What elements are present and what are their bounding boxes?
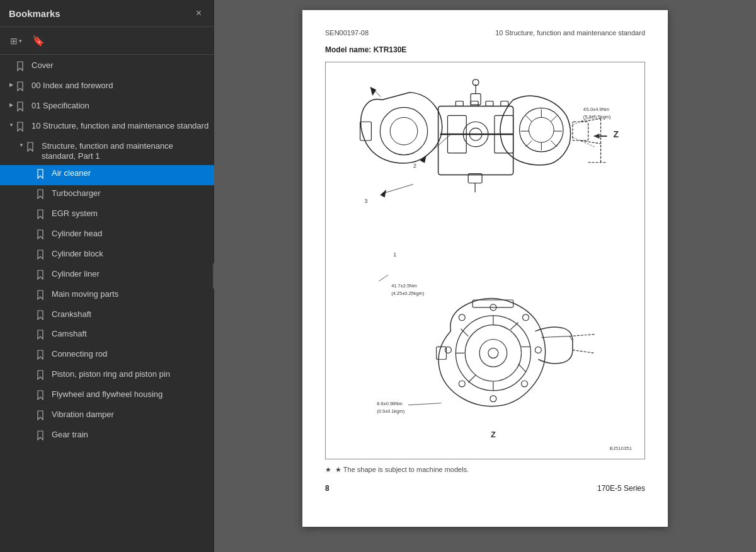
note-text: ★ The shape is subject to machine models… — [335, 466, 469, 474]
bookmark-item-cover[interactable]: ▶Cover — [0, 57, 214, 78]
expand-icon: ▶ — [26, 290, 37, 297]
expand-icon: ▶ — [26, 170, 37, 176]
bookmark-item-egr[interactable]: ▶EGR system — [0, 205, 214, 226]
bookmark-item-10-struct[interactable]: ▼10 Structure, function and maintenance … — [0, 118, 214, 138]
expand-icon: ▶ — [26, 431, 37, 437]
sidebar-header: Bookmarks × — [0, 0, 214, 27]
bookmark-item-gear-train[interactable]: ▶Gear train — [0, 427, 214, 447]
bookmark-icon — [37, 370, 48, 383]
bookmark-label: Flywheel and flywheel housing — [52, 389, 209, 400]
bookmark-icon — [37, 250, 48, 263]
bookmark-item-struct-part1[interactable]: ▼Structure, function and maintenance sta… — [0, 138, 214, 166]
collapse-sidebar-handle[interactable]: ◀ — [213, 263, 214, 289]
expand-icon: ▶ — [6, 62, 16, 68]
bookmark-item-crankshaft[interactable]: ▶Crankshaft — [0, 306, 214, 326]
svg-text:41.7±2.5Nm: 41.7±2.5Nm — [391, 283, 416, 289]
doc-model-name: Model name: KTR130E — [325, 45, 645, 54]
expand-icon: ▶ — [26, 350, 37, 357]
bookmark-label: Vibration damper — [52, 410, 209, 420]
svg-text:(4.25±0.25kgm): (4.25±0.25kgm) — [391, 290, 425, 296]
expand-icon: ▶ — [26, 411, 37, 417]
bookmark-label: Camshaft — [52, 329, 209, 340]
bookmark-icon — [37, 430, 48, 444]
expand-icon: ▶ — [26, 311, 37, 317]
bookmark-item-00-index[interactable]: ▶00 Index and foreword — [0, 78, 214, 98]
sidebar-tools: ⊞ ▾ 🔖 — [0, 27, 214, 55]
svg-rect-0 — [326, 62, 644, 456]
expand-icon: ▶ — [26, 371, 37, 377]
svg-text:BJ510351: BJ510351 — [609, 446, 632, 451]
bookmark-label: 00 Index and foreword — [32, 81, 209, 91]
expand-icon: ▶ — [26, 230, 37, 236]
close-button[interactable]: × — [192, 6, 205, 20]
bookmark-label: Crankshaft — [52, 309, 209, 320]
expand-icon: ▶ — [26, 270, 37, 277]
bookmark-item-vibration[interactable]: ▶Vibration damper — [0, 406, 214, 427]
bookmark-item-turbocharger[interactable]: ▶Turbocharger — [0, 185, 214, 205]
document-page: SEN00197-08 10 Structure, function and m… — [302, 10, 668, 527]
sidebar: Bookmarks × ⊞ ▾ 🔖 ▶Cover▶00 Index and fo… — [0, 0, 214, 552]
bookmark-item-connecting-rod[interactable]: ▶Connecting rod — [0, 346, 214, 366]
doc-diagram-area: Z 3 2 1 4S.0±4.9Nm (5.0±0.5kgm) 41.7±2.5… — [325, 62, 645, 459]
bookmark-icon — [37, 390, 48, 403]
bookmark-icon — [37, 169, 48, 182]
svg-text:(0.9±0.1kgm): (0.9±0.1kgm) — [377, 408, 404, 414]
bookmark-item-cylinder-liner[interactable]: ▶Cylinder liner — [0, 266, 214, 286]
svg-text:(5.0±0.5kgm): (5.0±0.5kgm) — [583, 114, 611, 120]
expand-icon: ▶ — [26, 210, 37, 216]
bookmark-icon — [37, 290, 48, 303]
bookmark-icon — [37, 209, 48, 222]
expand-all-button[interactable]: ⊞ ▾ — [8, 33, 25, 49]
svg-text:8.8±0.98Nm: 8.8±0.98Nm — [377, 401, 402, 406]
svg-text:2: 2 — [413, 163, 416, 169]
bookmark-icon — [37, 229, 48, 243]
series-name: 170E-5 Series — [597, 484, 645, 493]
bookmark-item-01-spec[interactable]: ▶01 Specification — [0, 98, 214, 118]
bookmark-item-air-cleaner[interactable]: ▶Air cleaner — [0, 165, 214, 185]
bookmark-item-piston[interactable]: ▶Piston, piston ring and piston pin — [0, 366, 214, 386]
bookmark-label: Cover — [32, 60, 209, 71]
bookmark-icon — [37, 310, 48, 323]
turbocharger-diagram: Z 3 2 1 4S.0±4.9Nm (5.0±0.5kgm) 41.7±2.5… — [326, 62, 644, 456]
doc-footer: 8 170E-5 Series — [325, 484, 645, 493]
bookmark-icon — [16, 81, 28, 95]
bookmark-item-cylinder-head[interactable]: ▶Cylinder head — [0, 226, 214, 246]
bookmark-tool-button[interactable]: 🔖 — [30, 32, 47, 49]
bookmark-icon — [16, 122, 28, 135]
bookmark-icon — [37, 350, 48, 363]
svg-text:Z: Z — [613, 129, 619, 139]
main-content: SEN00197-08 10 Structure, function and m… — [214, 0, 756, 552]
expand-icon: ▶ — [26, 391, 37, 397]
bookmark-icon — [37, 270, 48, 283]
bookmark-label: Air cleaner — [52, 168, 209, 179]
svg-text:3: 3 — [365, 198, 368, 204]
bookmark-icon — [37, 330, 48, 343]
bookmark-label: Main moving parts — [52, 289, 209, 300]
doc-note: ★ ★ The shape is subject to machine mode… — [325, 466, 645, 474]
expand-icon: ▶ — [26, 250, 37, 256]
grid-icon: ⊞ — [10, 36, 18, 46]
bookmark-label: Gear train — [52, 430, 209, 440]
bookmark-item-flywheel[interactable]: ▶Flywheel and flywheel housing — [0, 386, 214, 406]
bookmark-icon: 🔖 — [32, 35, 45, 47]
bookmark-icon — [16, 101, 28, 115]
svg-text:Z: Z — [491, 430, 496, 439]
bookmark-icon — [16, 61, 28, 74]
bookmark-label: EGR system — [52, 209, 209, 219]
bookmark-label: Cylinder head — [52, 229, 209, 239]
bookmark-list: ▶Cover▶00 Index and foreword▶01 Specific… — [0, 55, 214, 552]
doc-header: SEN00197-08 10 Structure, function and m… — [325, 29, 645, 37]
bookmark-item-camshaft[interactable]: ▶Camshaft — [0, 326, 214, 346]
doc-header-right: 10 Structure, function and maintenance s… — [495, 29, 645, 37]
bookmark-label: Connecting rod — [52, 349, 209, 360]
bookmark-icon — [37, 410, 48, 423]
bookmark-label: Piston, piston ring and piston pin — [52, 369, 209, 380]
expand-icon: ▶ — [26, 190, 37, 196]
bookmark-item-main-moving[interactable]: ▶Main moving parts — [0, 286, 214, 306]
bookmark-item-cylinder-block[interactable]: ▶Cylinder block — [0, 246, 214, 266]
page-number: 8 — [325, 484, 329, 493]
bookmark-label: Cylinder block — [52, 249, 209, 260]
expand-icon: ▶ — [26, 330, 37, 336]
bookmark-label: Structure, function and maintenance stan… — [42, 141, 209, 163]
svg-text:4S.0±4.9Nm: 4S.0±4.9Nm — [583, 106, 609, 112]
